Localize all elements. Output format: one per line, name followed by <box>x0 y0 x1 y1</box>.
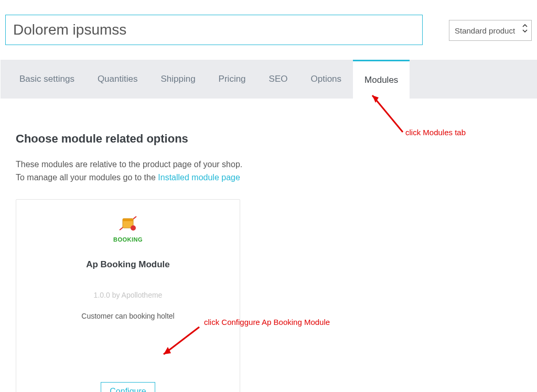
module-version: 1.0.0 by Apollotheme <box>27 291 229 299</box>
section-description: These modules are relative to the produc… <box>16 158 521 184</box>
configure-button[interactable]: Configure <box>101 382 155 392</box>
tab-shipping[interactable]: Shipping <box>149 60 207 99</box>
tab-seo[interactable]: SEO <box>257 60 299 99</box>
tab-options[interactable]: Options <box>299 60 353 99</box>
tab-basic-settings[interactable]: Basic settings <box>8 60 86 99</box>
svg-point-3 <box>131 225 136 231</box>
product-name-input[interactable] <box>5 15 423 45</box>
booking-module-icon: BOOKING <box>113 214 143 243</box>
modules-content: Choose module related options These modu… <box>0 99 537 392</box>
module-icon-caption: BOOKING <box>113 236 143 243</box>
svg-rect-2 <box>123 219 133 221</box>
installed-module-page-link[interactable]: Installed module page <box>158 173 240 182</box>
module-name: Ap Booking Module <box>27 259 229 270</box>
module-card: BOOKING Ap Booking Module 1.0.0 by Apoll… <box>16 199 240 392</box>
annotation-text-modules: click Modules tab <box>405 128 466 137</box>
product-type-select-wrap: Standard product <box>449 15 532 41</box>
module-description: Customer can booking holtel <box>27 312 229 320</box>
tab-quantities[interactable]: Quantities <box>86 60 149 99</box>
product-tabs: Basic settings Quantities Shipping Prici… <box>0 60 537 99</box>
tab-pricing[interactable]: Pricing <box>207 60 257 99</box>
desc-line-1: These modules are relative to the produc… <box>16 160 242 169</box>
product-type-select[interactable]: Standard product <box>449 20 532 41</box>
tab-modules[interactable]: Modules <box>353 60 410 99</box>
annotation-text-configure: click Configgure Ap Booking Module <box>204 318 330 326</box>
desc-line-2-prefix: To manage all your modules go to the <box>16 173 158 182</box>
